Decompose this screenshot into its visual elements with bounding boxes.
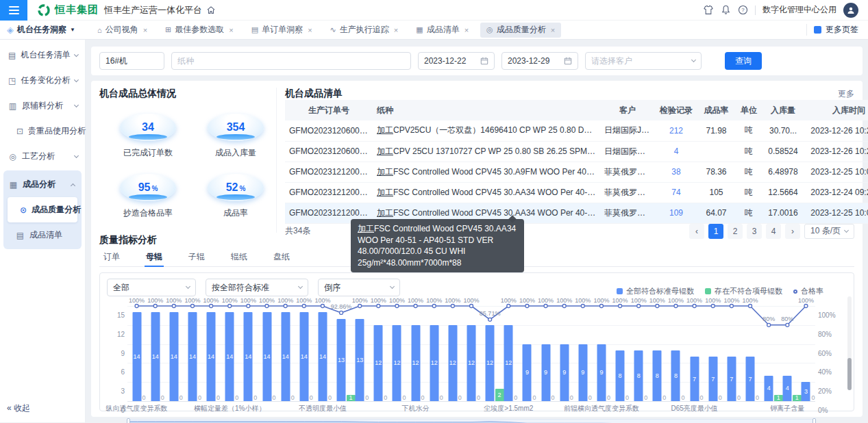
bar-group[interactable]: 41 (760, 306, 778, 401)
sidebar-item-materials[interactable]: ▥原辅料分析 (0, 93, 85, 118)
table-row[interactable]: GFMO202312060025加工CPV25CU（一芯双盘）14696410 … (285, 120, 868, 141)
chart-filter-select-0[interactable]: 全部 (107, 279, 196, 296)
bar-group[interactable]: 80 (630, 306, 648, 401)
bar-group[interactable]: 140 (258, 306, 276, 401)
legend-item[interactable]: 全部符合标准母辊数 (617, 286, 694, 296)
chart-plot[interactable]: 1401401401401401401401401401401401311301… (127, 306, 815, 402)
inspection-record-link[interactable]: 4 (674, 146, 679, 156)
sidebar-item-search[interactable]: ⊙成品质量分析 (8, 197, 77, 222)
tab-order[interactable]: ▤单订单洞察× (245, 23, 319, 38)
start-date-picker[interactable]: 2023-12-22 (418, 52, 495, 70)
legend-item[interactable]: 合格率 (793, 286, 823, 296)
sidebar-item-precious[interactable]: ⊡贵重品使用分析 (0, 118, 85, 144)
workspace-switcher[interactable]: ◈ 机台任务洞察 ▼ (0, 24, 86, 36)
tab-quality[interactable]: ◎成品质量分析× (480, 23, 561, 38)
collapse-sidebar-button[interactable]: « 收起 (7, 402, 30, 414)
bell-icon[interactable] (721, 5, 731, 15)
bar-group[interactable]: 140 (202, 306, 221, 401)
bar-group[interactable]: 140 (183, 306, 201, 401)
more-link[interactable]: 更多 (838, 88, 854, 100)
avatar[interactable] (843, 3, 858, 18)
bar-group[interactable]: 140 (127, 306, 146, 401)
sidebar-item-list2[interactable]: ▤成品清单 (3, 222, 82, 248)
bar-group[interactable]: 140 (313, 306, 332, 401)
inspection-record-link[interactable]: 74 (671, 188, 680, 197)
chart-filter-select-2[interactable]: 倒序 (318, 279, 400, 296)
bar-group[interactable]: 130 (351, 306, 369, 401)
zoom-handle-right[interactable] (813, 418, 816, 423)
bar-group[interactable]: 120 (462, 306, 480, 401)
bar-group[interactable]: 90 (592, 306, 610, 401)
inspection-record-link[interactable]: 212 (669, 126, 683, 136)
bar-group[interactable]: 80 (667, 306, 685, 401)
tab-trace[interactable]: ∿生产执行追踪× (324, 23, 405, 38)
bar-group[interactable]: 70 (685, 306, 704, 401)
close-icon[interactable]: × (394, 26, 398, 34)
sidebar-item-craft[interactable]: ◎工艺分析 (0, 144, 85, 169)
bar-group[interactable]: 140 (239, 306, 258, 401)
home-icon[interactable] (206, 5, 216, 15)
bar-group[interactable]: 70 (722, 306, 741, 401)
zoom-handle-left[interactable] (127, 418, 130, 423)
bar-group[interactable]: 41 (778, 306, 797, 401)
bar-group[interactable]: 140 (146, 306, 164, 401)
y-axis-tick-right: 0% (818, 407, 845, 414)
chart-filter-select-1[interactable]: 按全部符合标准 (206, 279, 308, 296)
close-icon[interactable]: × (464, 26, 469, 34)
bar-group[interactable]: 120 (369, 306, 388, 401)
bar-group[interactable]: 90 (555, 306, 573, 401)
bar-group[interactable]: 70 (741, 306, 759, 401)
quality-tab-辊纸[interactable]: 辊纸 (230, 249, 249, 266)
machine-input[interactable] (99, 52, 164, 70)
bar-group[interactable]: 120 (406, 306, 425, 401)
inspection-record-link[interactable]: 38 (671, 167, 680, 177)
bar-group[interactable]: 30 (797, 306, 815, 401)
bar-group[interactable]: 90 (573, 306, 592, 401)
tab-company[interactable]: ⌂公司视角× (91, 23, 153, 38)
table-row[interactable]: GFMO202312120028加工FSC Controlled Wood CP… (285, 162, 868, 182)
quality-tab-盘纸[interactable]: 盘纸 (272, 249, 291, 266)
bar-group[interactable]: 131 (332, 306, 350, 401)
tab-list[interactable]: ▦成品清单× (410, 23, 475, 38)
bar-group[interactable]: 140 (276, 306, 295, 401)
data-zoom-slider[interactable] (127, 419, 815, 423)
bar-group[interactable]: 90 (536, 306, 555, 401)
sidebar-item-change[interactable]: ◳任务变化分析 (0, 68, 85, 93)
menu-toggle-button[interactable] (0, 0, 27, 21)
shirt-icon[interactable] (703, 5, 714, 15)
tab-params[interactable]: ⊞最佳参数选取× (159, 23, 240, 38)
bar-group[interactable]: 140 (295, 306, 313, 401)
bar-group[interactable]: 70 (704, 306, 722, 401)
bar-group[interactable]: 122 (481, 306, 499, 401)
end-date-picker[interactable]: 2023-12-29 (501, 52, 578, 70)
customer-select[interactable]: 请选择客户 (585, 52, 702, 70)
quality-tab-母辊[interactable]: 母辊 (145, 249, 164, 266)
scrollbar-thumb[interactable] (847, 358, 852, 390)
bar-group[interactable]: 120 (388, 306, 406, 401)
table-row[interactable]: GFMO202312120030加工FSC Controlled Wood CP… (285, 182, 868, 203)
search-button[interactable]: 查询 (725, 52, 762, 70)
legend-item[interactable]: 存在不符合项母辊数 (705, 286, 782, 296)
quality-tab-子辊[interactable]: 子辊 (187, 249, 206, 266)
bar-group[interactable]: 90 (518, 306, 536, 401)
bar-fail-zero: 0 (440, 394, 443, 401)
bar-group[interactable]: 120 (499, 306, 518, 401)
close-icon[interactable]: × (143, 26, 147, 34)
close-icon[interactable]: × (551, 26, 555, 34)
close-icon[interactable]: × (308, 26, 312, 34)
bar-group[interactable]: 120 (443, 306, 462, 401)
sidebar-item-tasks[interactable]: ▤机台任务清单 (0, 42, 85, 68)
sidebar-item-product[interactable]: ▦成品分析 (3, 172, 82, 197)
close-icon[interactable]: × (229, 26, 233, 34)
more-tabs-button[interactable]: 更多页签 (806, 24, 868, 36)
bar-group[interactable]: 80 (611, 306, 630, 401)
inspection-record-link[interactable]: 109 (669, 208, 683, 218)
bar-group[interactable]: 120 (425, 306, 443, 401)
help-icon[interactable]: ? (738, 5, 748, 15)
table-row[interactable]: GFMO202312060022加工CPV 25CU 13710727 CP W… (285, 141, 868, 162)
quality-tab-订单[interactable]: 订单 (102, 249, 121, 266)
paper-type-input[interactable] (171, 52, 411, 70)
bar-group[interactable]: 140 (164, 306, 183, 401)
bar-group[interactable]: 80 (648, 306, 667, 401)
bar-group[interactable]: 140 (221, 306, 239, 401)
